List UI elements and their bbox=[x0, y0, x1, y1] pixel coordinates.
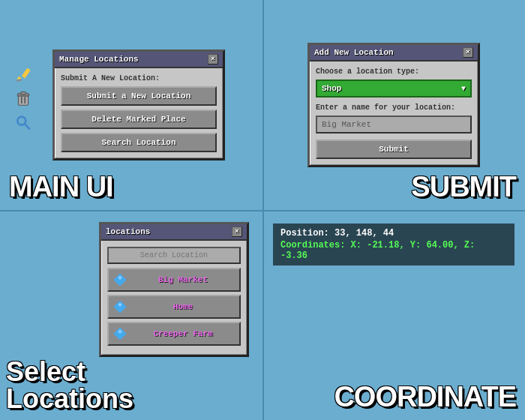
main-ui-close-button[interactable]: × bbox=[208, 54, 218, 64]
main-ui-window: Manage Locations × Submit A New Location… bbox=[52, 50, 225, 160]
list-item-text-2: Home bbox=[131, 302, 235, 311]
select-big-label: Select Locations bbox=[6, 358, 134, 412]
position-text: Position: 33, 148, 44 bbox=[280, 228, 507, 238]
main-ui-subtitle: Submit A New Location: bbox=[61, 74, 217, 82]
coordinate-quadrant: Position: 33, 148, 44 Coordinates: X: -2… bbox=[262, 210, 525, 420]
select-quadrant: locations × Big Market Home bbox=[0, 210, 262, 420]
select-label-line1: Select bbox=[6, 356, 86, 387]
name-label: Enter a name for your location: bbox=[316, 104, 472, 112]
submit-body: Choose a location type: Shop ▼ Enter a n… bbox=[310, 62, 478, 165]
list-item[interactable]: Creeper Farm bbox=[107, 322, 241, 346]
delete-marked-place-button[interactable]: Delete Marked Place bbox=[61, 110, 217, 129]
submit-button[interactable]: Submit bbox=[316, 140, 472, 159]
submit-window: Add New Location × Choose a location typ… bbox=[308, 43, 480, 167]
location-type-dropdown[interactable]: Shop ▼ bbox=[316, 80, 472, 98]
list-item[interactable]: Home bbox=[107, 295, 241, 319]
vertical-divider bbox=[262, 0, 264, 420]
list-item[interactable]: Big Market bbox=[107, 268, 241, 292]
coordinate-panel: Position: 33, 148, 44 Coordinates: X: -2… bbox=[273, 224, 514, 266]
search-location-button[interactable]: Search Location bbox=[61, 133, 217, 152]
select-title: locations bbox=[106, 227, 150, 236]
coordinate-big-label: COORDINATE bbox=[334, 382, 516, 411]
main-ui-title: Manage Locations bbox=[59, 55, 139, 64]
svg-rect-5 bbox=[21, 92, 26, 94]
svg-rect-0 bbox=[22, 68, 31, 79]
main-ui-quadrant: Manage Locations × Submit A New Location… bbox=[0, 0, 262, 210]
pencil-icon bbox=[15, 66, 32, 82]
submit-big-label: SUBMIT bbox=[411, 172, 516, 201]
select-search-input[interactable] bbox=[107, 247, 241, 264]
select-titlebar: locations × bbox=[101, 224, 247, 241]
select-close-button[interactable]: × bbox=[232, 226, 242, 237]
list-item-text-1: Big Market bbox=[131, 275, 235, 284]
svg-rect-3 bbox=[18, 95, 28, 105]
submit-close-button[interactable]: × bbox=[463, 47, 473, 58]
trash-icon bbox=[15, 90, 32, 106]
submit-title: Add New Location bbox=[314, 48, 394, 57]
coordinates-text: Coordinates: X: -21.18, Y: 64.00, Z: -3.… bbox=[280, 240, 507, 261]
svg-point-8 bbox=[17, 117, 26, 125]
select-label-line2: Locations bbox=[6, 383, 134, 414]
svg-marker-1 bbox=[16, 76, 22, 80]
main-ui-body: Submit A New Location: Submit a New Loca… bbox=[55, 68, 223, 158]
svg-line-9 bbox=[25, 124, 30, 130]
choose-type-label: Choose a location type: bbox=[316, 68, 472, 76]
dropdown-arrow-icon: ▼ bbox=[461, 85, 466, 93]
submit-quadrant: Add New Location × Choose a location typ… bbox=[262, 0, 525, 210]
select-window: locations × Big Market Home bbox=[99, 222, 249, 357]
main-icons-column bbox=[15, 66, 32, 130]
select-body: Big Market Home Creeper Farm bbox=[101, 241, 247, 355]
diamond-icon-1 bbox=[113, 273, 127, 286]
magnify-icon bbox=[15, 114, 32, 130]
location-name-input[interactable] bbox=[316, 116, 472, 134]
diamond-icon-2 bbox=[113, 300, 127, 314]
dropdown-value: Shop bbox=[322, 84, 341, 93]
submit-new-location-button[interactable]: Submit a New Location bbox=[61, 86, 217, 106]
diamond-icon-3 bbox=[113, 327, 127, 340]
list-item-text-3: Creeper Farm bbox=[131, 329, 235, 338]
svg-rect-2 bbox=[16, 79, 22, 81]
main-ui-big-label: MAIN UI bbox=[9, 172, 113, 201]
submit-titlebar: Add New Location × bbox=[310, 45, 478, 62]
main-ui-titlebar: Manage Locations × bbox=[55, 52, 223, 68]
